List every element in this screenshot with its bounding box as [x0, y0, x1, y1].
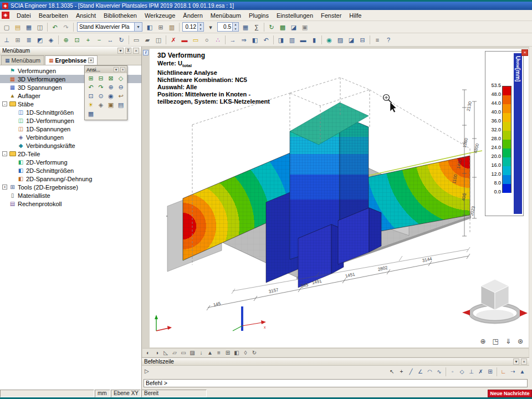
- menu-item-ndern[interactable]: Ändern: [179, 11, 206, 20]
- tree-item-2d-teile[interactable]: -2D-Teile: [0, 150, 141, 158]
- tree-expander-icon[interactable]: -: [2, 151, 7, 156]
- mirror-icon[interactable]: ◧: [249, 35, 260, 45]
- layers-icon[interactable]: ≡: [372, 35, 383, 45]
- activity-icon[interactable]: ◧: [144, 22, 155, 32]
- pan-icon[interactable]: ↔: [105, 35, 116, 45]
- viewport-close-button[interactable]: ×: [521, 49, 528, 56]
- view-top-icon[interactable]: ⊞: [86, 74, 96, 83]
- spin-up-icon[interactable]: ▲: [198, 23, 203, 27]
- selection-arrow-icon[interactable]: ↖: [387, 368, 397, 376]
- points-icon[interactable]: ∴: [212, 35, 223, 45]
- wireframe-icon[interactable]: ▭: [131, 35, 142, 45]
- view-palette[interactable]: Ansi... ▾ × ⊞⊟⊠◇↶↷⊕⊖⊡⊙◉↩☀◈▣▤▦: [84, 65, 127, 120]
- supports-icon[interactable]: ▲: [206, 349, 214, 357]
- paint-icon[interactable]: ◉: [324, 35, 335, 45]
- panel-2d-icon[interactable]: ◨: [275, 35, 287, 45]
- menu-item-bibliotheken[interactable]: Bibliotheken: [100, 11, 141, 20]
- rotate-icon[interactable]: ↶: [260, 35, 272, 45]
- tree-expander-icon[interactable]: +: [2, 185, 7, 190]
- hatch-icon[interactable]: ▨: [335, 35, 346, 45]
- project-combobox[interactable]: Stand Klavervier Pla ▾: [77, 22, 142, 32]
- refresh-results-icon[interactable]: ↻: [266, 22, 277, 32]
- curve-draw-icon[interactable]: ∿: [434, 368, 444, 376]
- tab-close-icon[interactable]: ×: [88, 58, 94, 63]
- tree-item-verbindungen[interactable]: ◈Verbindungen: [0, 133, 141, 141]
- clip-view-icon[interactable]: ▣: [106, 101, 116, 110]
- menu-item-fenster[interactable]: Fenster: [317, 11, 345, 20]
- view-side-icon[interactable]: ⊠: [106, 74, 116, 83]
- tree-item-materialliste[interactable]: ▯Materialliste: [0, 191, 141, 200]
- command-input[interactable]: Befehl >: [144, 379, 528, 387]
- viewport-info-icon[interactable]: i: [143, 50, 149, 55]
- crosshair-icon[interactable]: +: [397, 368, 406, 376]
- hidden-lines-icon[interactable]: ◫: [153, 35, 164, 45]
- panel-pin-icon[interactable]: ⊼: [125, 48, 131, 54]
- new-message-button[interactable]: Neue Nachrichte: [488, 390, 532, 397]
- panel-dropdown-icon[interactable]: ▾: [117, 48, 124, 54]
- view-front-icon[interactable]: ⊟: [96, 74, 106, 83]
- perspective-view-icon[interactable]: ◈: [96, 101, 106, 110]
- snap-grid-icon[interactable]: ⊞: [485, 368, 495, 376]
- print-icon[interactable]: ◫: [34, 22, 45, 32]
- spin-down-icon[interactable]: ▼: [233, 27, 238, 32]
- line-draw-icon[interactable]: ╱: [406, 368, 416, 376]
- palette-dropdown-icon[interactable]: ▾: [114, 67, 119, 72]
- screenshot-icon[interactable]: ⇓: [505, 337, 511, 345]
- tree-expander-icon[interactable]: -: [2, 101, 7, 106]
- zoom-all-view-icon[interactable]: ⊙: [96, 92, 106, 101]
- undo-icon[interactable]: ↶: [49, 22, 60, 32]
- volumes-icon[interactable]: ▱: [170, 349, 179, 357]
- zoom-in-icon[interactable]: +: [83, 35, 94, 45]
- axonometric-view-icon[interactable]: ◇: [116, 74, 126, 83]
- red-line-icon[interactable]: ▬: [179, 35, 190, 45]
- menu-item-hilfe[interactable]: Hilfe: [345, 11, 365, 20]
- viewport-canvas[interactable]: x: [150, 49, 529, 347]
- mesh-view-icon[interactable]: ⊞: [223, 349, 232, 357]
- save-view-icon[interactable]: ▦: [86, 110, 96, 119]
- mesh-generate-icon[interactable]: ▩: [277, 22, 288, 32]
- snap-settings-icon[interactable]: ◈: [45, 35, 57, 45]
- calculation-icon[interactable]: ◪: [288, 22, 299, 32]
- labels-icon[interactable]: ≡: [214, 349, 223, 357]
- zoom-selection-view-icon[interactable]: ◉: [106, 92, 116, 101]
- tab-ergebnisse[interactable]: ▦ Ergebnisse ×: [45, 55, 98, 65]
- circle-icon[interactable]: ○: [201, 35, 212, 45]
- delete-icon[interactable]: ✗: [168, 35, 179, 45]
- panel-close-icon[interactable]: ×: [133, 48, 139, 54]
- results-view-icon[interactable]: ◧: [232, 349, 241, 357]
- engineering-report-icon[interactable]: ▣: [299, 22, 310, 32]
- menu-item-men-baum[interactable]: Menübaum: [207, 11, 245, 20]
- snap-endpoint-icon[interactable]: ◦: [448, 368, 457, 376]
- tracking-icon[interactable]: ⇢: [508, 368, 518, 376]
- command-close-icon[interactable]: ×: [521, 359, 527, 365]
- rotate-view-icon[interactable]: ↻: [116, 35, 127, 45]
- zoom-out-view-icon[interactable]: ⊖: [116, 83, 126, 92]
- yellow-box-icon[interactable]: ▭: [190, 35, 201, 45]
- polyline-draw-icon[interactable]: ∠: [416, 368, 425, 376]
- workplane-icon[interactable]: ◩: [34, 35, 45, 45]
- menu-item-datei[interactable]: Datei: [13, 11, 35, 20]
- zoom-in-view-icon[interactable]: ⊕: [106, 83, 116, 92]
- coordinates-icon[interactable]: ▲: [518, 368, 527, 376]
- tree-item-1d-spannungen[interactable]: ◫1D-Spannungen: [0, 125, 141, 133]
- beam-icon[interactable]: ▬: [298, 35, 309, 45]
- spin-down-icon[interactable]: ▼: [198, 27, 203, 32]
- shaded-icon[interactable]: ▰: [142, 35, 153, 45]
- palette-header[interactable]: Ansi... ▾ ×: [85, 66, 127, 73]
- tree-item-verbindungskr-fte[interactable]: ◆Verbindungskräfte: [0, 141, 141, 150]
- command-dropdown-icon[interactable]: ▾: [513, 359, 519, 365]
- tree-item-2d-verformung[interactable]: ◧2D-Verformung: [0, 158, 141, 166]
- sum-icon[interactable]: ∑: [251, 22, 262, 32]
- arc-draw-icon[interactable]: ◠: [425, 368, 434, 376]
- rotate-left-view-icon[interactable]: ↶: [86, 83, 96, 92]
- zoom-all-icon[interactable]: ⊕: [60, 35, 71, 45]
- title-bar[interactable]: ◈ SCIA Engineer 18.1.3035 - [Stand Klave…: [0, 2, 532, 10]
- shading-icon[interactable]: ◑: [152, 349, 161, 357]
- gear-icon[interactable]: ⊛: [518, 337, 523, 345]
- surfaces-icon[interactable]: ▨: [188, 349, 197, 357]
- combo-arrow-icon[interactable]: ▾: [134, 23, 142, 31]
- copy-icon[interactable]: ⇒: [238, 35, 249, 45]
- view-settings-icon[interactable]: ▤: [116, 101, 126, 110]
- calculator-icon[interactable]: ⊞: [155, 22, 166, 32]
- snap-intersection-icon[interactable]: ✗: [476, 368, 485, 376]
